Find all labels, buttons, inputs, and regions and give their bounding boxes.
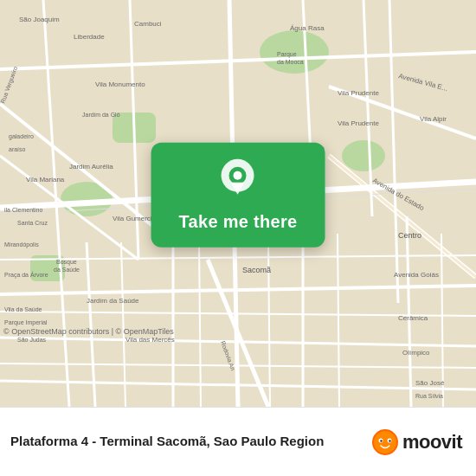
svg-text:da Saúde: da Saúde [54, 267, 80, 273]
svg-text:Vila Mariana: Vila Mariana [26, 176, 65, 183]
svg-text:Jardim da Gló: Jardim da Gló [82, 112, 120, 118]
svg-text:Bosque: Bosque [56, 259, 77, 266]
place-info: Plataforma 4 - Terminal Sacomã, Sao Paul… [10, 434, 371, 450]
svg-point-78 [234, 171, 242, 180]
moovit-icon [371, 428, 399, 456]
bottom-bar: Plataforma 4 - Terminal Sacomã, Sao Paul… [0, 407, 476, 476]
svg-text:Liberdade: Liberdade [74, 33, 105, 41]
svg-text:Jardim Aurélia: Jardim Aurélia [69, 163, 113, 170]
svg-text:da Mooca: da Mooca [277, 59, 304, 65]
svg-point-81 [374, 431, 396, 453]
svg-text:Parque: Parque [277, 51, 297, 58]
moovit-brand-text: moovit [402, 431, 462, 453]
take-me-there-button[interactable]: Take me there [179, 212, 298, 232]
svg-point-85 [389, 440, 390, 441]
place-name: Plataforma 4 - Terminal Sacomã, Sao Paul… [10, 434, 371, 448]
svg-text:Olímpico: Olímpico [402, 349, 430, 357]
location-card: Take me there [151, 143, 325, 248]
svg-text:Vila das Mercês: Vila das Mercês [125, 336, 175, 344]
location-pin-icon [219, 158, 257, 203]
map-container[interactable]: São Joaquim Liberdade Cambuci Água Rasa … [0, 0, 476, 407]
svg-text:Praça da Árvore: Praça da Árvore [4, 271, 48, 279]
svg-text:Mirandópolis: Mirandópolis [4, 241, 39, 248]
map-attribution: © OpenStreetMap contributors | © OpenMap… [3, 327, 174, 336]
svg-text:São Judas: São Judas [17, 337, 47, 343]
svg-text:Rua Sílvia: Rua Sílvia [415, 393, 443, 399]
svg-text:Jardim da Saúde: Jardim da Saúde [87, 297, 139, 305]
svg-text:galadeiro: galadeiro [9, 133, 34, 140]
svg-text:Vila Alpir: Vila Alpir [420, 115, 447, 123]
svg-text:Parque Imperial: Parque Imperial [4, 319, 48, 326]
svg-text:Cambuci: Cambuci [134, 20, 162, 28]
svg-text:Vila Monumento: Vila Monumento [95, 80, 145, 88]
svg-point-84 [380, 440, 382, 441]
moovit-logo: moovit [371, 428, 462, 456]
svg-text:Vila da Saúde: Vila da Saúde [4, 306, 42, 312]
svg-text:araíso: araíso [9, 146, 26, 152]
svg-point-4 [342, 140, 385, 171]
svg-text:Água Rasa: Água Rasa [290, 24, 325, 32]
svg-text:Sacomã: Sacomã [242, 266, 271, 274]
svg-text:São Joaquim: São Joaquim [19, 16, 60, 23]
svg-text:Vila Prudente: Vila Prudente [338, 89, 379, 97]
svg-text:ila Clementino: ila Clementino [4, 207, 42, 213]
svg-text:Avenida Goiás: Avenida Goiás [394, 271, 439, 279]
svg-text:Vila Prudente: Vila Prudente [338, 119, 379, 127]
svg-text:Cerâmica: Cerâmica [398, 314, 428, 322]
svg-text:Santa Cruz: Santa Cruz [17, 220, 48, 226]
svg-text:São José: São José [415, 379, 445, 387]
svg-text:Centro: Centro [398, 231, 421, 240]
